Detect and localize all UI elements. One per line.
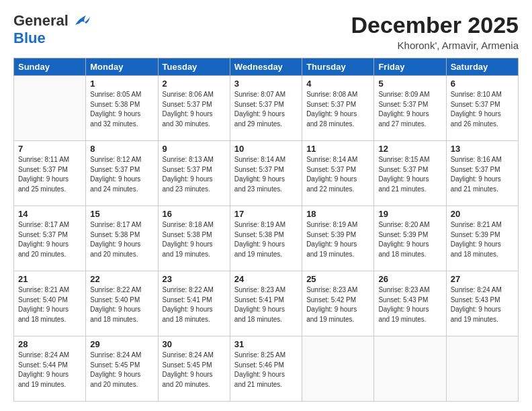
day-number: 29 [90, 339, 153, 349]
col-friday: Friday [374, 58, 446, 76]
day-info: Sunrise: 8:06 AMSunset: 5:37 PMDaylight:… [163, 90, 226, 129]
col-sunday: Sunday [14, 58, 86, 76]
calendar-header-row: Sunday Monday Tuesday Wednesday Thursday… [14, 58, 519, 76]
day-info: Sunrise: 8:15 AMSunset: 5:37 PMDaylight:… [378, 155, 441, 194]
day-info: Sunrise: 8:24 AMSunset: 5:45 PMDaylight:… [163, 351, 226, 390]
day-number: 28 [18, 339, 81, 349]
day-info: Sunrise: 8:17 AMSunset: 5:38 PMDaylight:… [90, 220, 153, 259]
day-number: 17 [234, 209, 298, 219]
table-row [374, 336, 446, 402]
day-info: Sunrise: 8:16 AMSunset: 5:37 PMDaylight:… [451, 155, 514, 194]
day-info: Sunrise: 8:05 AMSunset: 5:38 PMDaylight:… [90, 90, 153, 129]
logo-bird-icon [70, 13, 91, 29]
day-number: 16 [163, 209, 226, 219]
day-number: 10 [234, 144, 298, 154]
day-info: Sunrise: 8:24 AMSunset: 5:44 PMDaylight:… [18, 351, 81, 390]
title-area: December 2025 Khoronk', Armavir, Armenia [351, 12, 519, 51]
day-number: 1 [90, 79, 153, 89]
table-row [14, 76, 86, 141]
day-number: 30 [163, 339, 226, 349]
day-number: 20 [451, 209, 514, 219]
day-info: Sunrise: 8:14 AMSunset: 5:37 PMDaylight:… [306, 155, 369, 194]
day-number: 3 [234, 79, 298, 89]
col-tuesday: Tuesday [158, 58, 230, 76]
table-row: 11Sunrise: 8:14 AMSunset: 5:37 PMDayligh… [302, 141, 374, 206]
page: General Blue December 2025 Khoronk', Arm… [0, 0, 532, 411]
day-number: 14 [18, 209, 81, 219]
day-info: Sunrise: 8:14 AMSunset: 5:37 PMDaylight:… [234, 155, 298, 194]
day-info: Sunrise: 8:23 AMSunset: 5:41 PMDaylight:… [234, 285, 298, 324]
table-row: 29Sunrise: 8:24 AMSunset: 5:45 PMDayligh… [86, 336, 158, 402]
day-number: 12 [378, 144, 441, 154]
day-number: 25 [306, 274, 369, 284]
day-info: Sunrise: 8:07 AMSunset: 5:37 PMDaylight:… [234, 90, 298, 129]
day-info: Sunrise: 8:17 AMSunset: 5:37 PMDaylight:… [18, 220, 81, 259]
calendar-week-row: 1Sunrise: 8:05 AMSunset: 5:38 PMDaylight… [14, 76, 519, 141]
header: General Blue December 2025 Khoronk', Arm… [13, 12, 519, 51]
day-number: 31 [234, 339, 298, 349]
calendar-week-row: 14Sunrise: 8:17 AMSunset: 5:37 PMDayligh… [14, 206, 519, 271]
calendar-week-row: 7Sunrise: 8:11 AMSunset: 5:37 PMDaylight… [14, 141, 519, 206]
table-row: 20Sunrise: 8:21 AMSunset: 5:39 PMDayligh… [446, 206, 518, 271]
day-number: 19 [378, 209, 441, 219]
day-number: 26 [378, 274, 441, 284]
day-info: Sunrise: 8:23 AMSunset: 5:43 PMDaylight:… [378, 285, 441, 324]
table-row: 17Sunrise: 8:19 AMSunset: 5:38 PMDayligh… [230, 206, 302, 271]
day-info: Sunrise: 8:11 AMSunset: 5:37 PMDaylight:… [18, 155, 81, 194]
col-monday: Monday [86, 58, 158, 76]
table-row: 15Sunrise: 8:17 AMSunset: 5:38 PMDayligh… [86, 206, 158, 271]
day-info: Sunrise: 8:25 AMSunset: 5:46 PMDaylight:… [234, 351, 298, 390]
day-number: 21 [18, 274, 81, 284]
table-row: 12Sunrise: 8:15 AMSunset: 5:37 PMDayligh… [374, 141, 446, 206]
day-info: Sunrise: 8:24 AMSunset: 5:43 PMDaylight:… [451, 285, 514, 324]
table-row: 23Sunrise: 8:22 AMSunset: 5:41 PMDayligh… [158, 271, 230, 336]
col-wednesday: Wednesday [230, 58, 302, 76]
day-info: Sunrise: 8:23 AMSunset: 5:42 PMDaylight:… [306, 285, 369, 324]
day-number: 7 [18, 144, 81, 154]
day-number: 5 [378, 79, 441, 89]
location: Khoronk', Armavir, Armenia [351, 40, 519, 51]
day-number: 9 [163, 144, 226, 154]
day-info: Sunrise: 8:13 AMSunset: 5:37 PMDaylight:… [163, 155, 226, 194]
table-row: 19Sunrise: 8:20 AMSunset: 5:39 PMDayligh… [374, 206, 446, 271]
day-number: 22 [90, 274, 153, 284]
day-info: Sunrise: 8:12 AMSunset: 5:37 PMDaylight:… [90, 155, 153, 194]
day-number: 24 [234, 274, 298, 284]
table-row: 22Sunrise: 8:22 AMSunset: 5:40 PMDayligh… [86, 271, 158, 336]
day-number: 8 [90, 144, 153, 154]
table-row: 1Sunrise: 8:05 AMSunset: 5:38 PMDaylight… [86, 76, 158, 141]
day-info: Sunrise: 8:20 AMSunset: 5:39 PMDaylight:… [378, 220, 441, 259]
day-info: Sunrise: 8:22 AMSunset: 5:40 PMDaylight:… [90, 285, 153, 324]
table-row: 28Sunrise: 8:24 AMSunset: 5:44 PMDayligh… [14, 336, 86, 402]
day-number: 18 [306, 209, 369, 219]
table-row: 16Sunrise: 8:18 AMSunset: 5:38 PMDayligh… [158, 206, 230, 271]
logo: General Blue [13, 12, 91, 47]
day-info: Sunrise: 8:22 AMSunset: 5:41 PMDaylight:… [163, 285, 226, 324]
table-row: 21Sunrise: 8:21 AMSunset: 5:40 PMDayligh… [14, 271, 86, 336]
table-row: 9Sunrise: 8:13 AMSunset: 5:37 PMDaylight… [158, 141, 230, 206]
day-info: Sunrise: 8:21 AMSunset: 5:39 PMDaylight:… [451, 220, 514, 259]
day-info: Sunrise: 8:24 AMSunset: 5:45 PMDaylight:… [90, 351, 153, 390]
calendar-table: Sunday Monday Tuesday Wednesday Thursday… [13, 58, 519, 402]
table-row: 27Sunrise: 8:24 AMSunset: 5:43 PMDayligh… [446, 271, 518, 336]
table-row: 4Sunrise: 8:08 AMSunset: 5:37 PMDaylight… [302, 76, 374, 141]
day-number: 27 [451, 274, 514, 284]
day-number: 6 [451, 79, 514, 89]
table-row [446, 336, 518, 402]
table-row: 25Sunrise: 8:23 AMSunset: 5:42 PMDayligh… [302, 271, 374, 336]
table-row: 2Sunrise: 8:06 AMSunset: 5:37 PMDaylight… [158, 76, 230, 141]
day-number: 15 [90, 209, 153, 219]
table-row: 6Sunrise: 8:10 AMSunset: 5:37 PMDaylight… [446, 76, 518, 141]
day-info: Sunrise: 8:10 AMSunset: 5:37 PMDaylight:… [451, 90, 514, 129]
table-row: 26Sunrise: 8:23 AMSunset: 5:43 PMDayligh… [374, 271, 446, 336]
calendar-week-row: 21Sunrise: 8:21 AMSunset: 5:40 PMDayligh… [14, 271, 519, 336]
table-row: 24Sunrise: 8:23 AMSunset: 5:41 PMDayligh… [230, 271, 302, 336]
table-row: 13Sunrise: 8:16 AMSunset: 5:37 PMDayligh… [446, 141, 518, 206]
calendar-week-row: 28Sunrise: 8:24 AMSunset: 5:44 PMDayligh… [14, 336, 519, 402]
table-row: 7Sunrise: 8:11 AMSunset: 5:37 PMDaylight… [14, 141, 86, 206]
table-row: 18Sunrise: 8:19 AMSunset: 5:39 PMDayligh… [302, 206, 374, 271]
table-row: 14Sunrise: 8:17 AMSunset: 5:37 PMDayligh… [14, 206, 86, 271]
month-title: December 2025 [351, 12, 519, 38]
table-row: 10Sunrise: 8:14 AMSunset: 5:37 PMDayligh… [230, 141, 302, 206]
day-info: Sunrise: 8:18 AMSunset: 5:38 PMDaylight:… [163, 220, 226, 259]
